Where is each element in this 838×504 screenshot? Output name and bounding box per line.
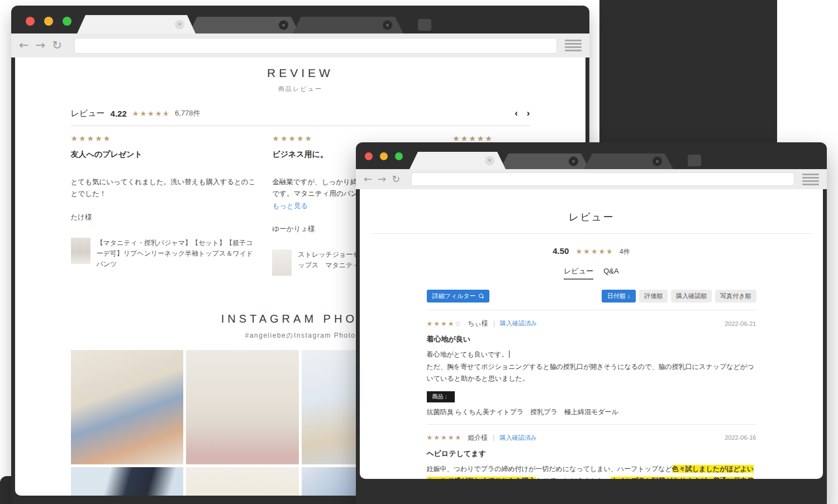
browser-toolbar: ← → ↻ — [356, 169, 827, 189]
review-card: ★★★★★ 友人へのプレゼントとても気にいってくれました。洗い替えも購入するとの… — [71, 134, 256, 276]
verified-purchase-link[interactable]: 購入確認済み — [499, 434, 536, 442]
review-date: 2022-06-16 — [725, 434, 756, 441]
review-count: 6,778件 — [175, 108, 201, 118]
separator: | — [493, 320, 495, 328]
rating-stars: ★★★★★ — [453, 134, 530, 143]
new-tab-button[interactable] — [418, 19, 431, 31]
zoom-window-button[interactable] — [63, 17, 72, 26]
review-date: 2022-06-21 — [725, 320, 756, 327]
tab-close-icon[interactable]: × — [569, 157, 578, 166]
photo-woman-yellow-blouse[interactable] — [186, 467, 299, 496]
product-badge: 商品： — [427, 391, 455, 402]
separator: | — [493, 434, 494, 441]
minimize-window-button[interactable] — [380, 152, 388, 160]
search-icon — [479, 294, 484, 299]
product-photo-french-sleeve-top[interactable] — [272, 249, 292, 276]
tab-active[interactable]: × — [77, 15, 196, 33]
tab-close-icon[interactable]: × — [279, 21, 288, 30]
carousel-prev-button[interactable]: ‹ — [515, 108, 518, 119]
zoom-window-button[interactable] — [395, 152, 403, 160]
tab-inactive-1[interactable]: × — [189, 17, 299, 33]
sort-button[interactable]: 日付順 ↓ — [602, 290, 636, 303]
verified-purchase-link[interactable]: 購入確認済み — [500, 319, 537, 328]
review-section-subtitle: 商品レビュー — [15, 85, 585, 93]
rating-stars: ★★★★☆ — [427, 320, 463, 328]
browser-window-front: × × × ← → ↻ レビュー 4.50 ★★★★★☆ 4件 レビューQ&A — [356, 142, 827, 504]
tab-inactive-1[interactable]: × — [500, 153, 589, 169]
detail-filter-button[interactable]: 詳細フィルター — [427, 290, 489, 303]
rating-stars: ★★★★★ — [427, 434, 463, 441]
review-body: 妊娠中、つわりでブラの締め付けが一切だめになってしまい、ハーフトップなど色々試し… — [427, 463, 756, 479]
forward-icon[interactable]: → — [378, 174, 386, 184]
review-item: ★★★★★ 姫介様 | 購入確認済み 2022-06-16 ヘビロテしてます 妊… — [427, 425, 756, 479]
sort-button[interactable]: 写真付き順 — [715, 290, 756, 303]
tab-inactive-2[interactable]: × — [584, 153, 673, 169]
titlebar: × × × — [11, 6, 589, 33]
url-bar[interactable] — [74, 38, 557, 54]
review-summary-row: レビュー 4.22 ★★★★★☆ 6,778件 ‹ › — [71, 108, 530, 119]
review-count: 4件 — [620, 248, 630, 256]
divider — [371, 233, 812, 234]
photo-pregnant-woman-blue-bra-cream-cardigan[interactable] — [71, 350, 184, 464]
tab-active[interactable]: × — [410, 152, 506, 169]
tab-inactive-2[interactable]: × — [293, 17, 403, 33]
tab-strip: × × × — [77, 6, 431, 33]
sort-button[interactable]: 購入確認順 — [671, 290, 712, 303]
product-photo-pajama-set[interactable] — [71, 238, 91, 264]
review-card-body-line: とでした！ — [71, 188, 256, 200]
review-list: ★★★★☆ ちぃ様 | 購入確認済み 2022-06-21 着心地が良い 着心地… — [427, 310, 756, 479]
review-title: 着心地が良い — [427, 334, 756, 344]
rating-summary: 4.50 ★★★★★☆ 4件 — [360, 246, 823, 257]
filter-sort-row: 詳細フィルター 日付順 ↓評価順購入確認順写真付き順 — [427, 290, 756, 303]
close-window-button[interactable] — [365, 152, 373, 160]
rating-stars: ★★★★★ — [272, 134, 436, 143]
photo-woman-navy-sleeveless-dress[interactable] — [71, 467, 184, 496]
review-qa-tabs: レビューQ&A — [360, 266, 823, 280]
reviewer-name: たけ様 — [71, 213, 256, 222]
forward-icon[interactable]: → — [36, 40, 46, 51]
review-header: ★★★★★ 姫介様 | 購入確認済み 2022-06-16 — [427, 433, 756, 443]
page-title: レビュー — [360, 210, 823, 224]
product-link[interactable]: 【マタニティ・授乳パジャマ】【セット】【親子コーデ可】リブヘンリーネック半袖トッ… — [71, 238, 256, 270]
tab-strip: × × × — [410, 142, 701, 169]
tab-close-icon[interactable]: × — [175, 20, 184, 29]
tab-close-icon[interactable]: × — [485, 156, 494, 165]
back-icon[interactable]: ← — [364, 174, 372, 184]
rating-stars: ★★★★★☆ — [132, 109, 170, 118]
review-section-title: REVIEW — [15, 66, 585, 80]
url-bar[interactable] — [411, 172, 794, 186]
traffic-lights — [26, 17, 72, 26]
reload-icon[interactable]: ↻ — [52, 40, 62, 51]
hamburger-menu-icon[interactable] — [802, 174, 819, 185]
sort-button-group: 日付順 ↓評価順購入確認順写真付き順 — [598, 290, 756, 303]
photo-woman-white-tank-beige-cardigan[interactable] — [186, 350, 299, 464]
review-item: ★★★★☆ ちぃ様 | 購入確認済み 2022-06-21 着心地が良い 着心地… — [427, 310, 756, 417]
reload-icon[interactable]: ↻ — [392, 174, 400, 184]
new-tab-button[interactable] — [688, 155, 701, 166]
review-card-body-line: とても気にいってくれました。洗い替えも購入するとのこ — [71, 176, 256, 188]
titlebar: × × × — [356, 142, 827, 169]
tab-close-icon[interactable]: × — [653, 157, 662, 166]
browser-toolbar: ← → ↻ — [11, 33, 589, 57]
page-tab-review[interactable]: レビュー — [564, 266, 593, 280]
back-icon[interactable]: ← — [19, 40, 29, 51]
carousel-next-button[interactable]: › — [527, 108, 530, 119]
reviewer-name: ちぃ様 — [468, 319, 488, 328]
reviewer-name: 姫介様 — [468, 433, 488, 443]
minimize-window-button[interactable] — [44, 17, 53, 26]
tab-close-icon[interactable]: × — [383, 21, 392, 30]
review-title: ヘビロテしてます — [427, 449, 756, 459]
text-cursor — [509, 351, 510, 358]
product-link[interactable]: 抗菌防臭 らくちん美ナイトブラ 授乳ブラ 極上綿混モダール — [427, 407, 756, 417]
review-average-score: 4.22 — [111, 109, 127, 118]
review-card-title: 友人へのプレゼント — [71, 150, 256, 160]
rating-stars: ★★★★★☆ — [576, 247, 614, 256]
divider — [71, 126, 530, 126]
sort-button[interactable]: 評価順 — [639, 290, 668, 303]
page-tab-qa[interactable]: Q&A — [603, 267, 618, 277]
rating-stars: ★★★★★ — [71, 134, 256, 143]
hamburger-menu-icon[interactable] — [565, 40, 582, 51]
review-body: 着心地がとても良いです。ただ、胸を寄せてポジショニングすると脇の授乳口が開きそう… — [427, 349, 756, 385]
close-window-button[interactable] — [26, 17, 35, 26]
review-summary-label: レビュー — [71, 108, 105, 119]
